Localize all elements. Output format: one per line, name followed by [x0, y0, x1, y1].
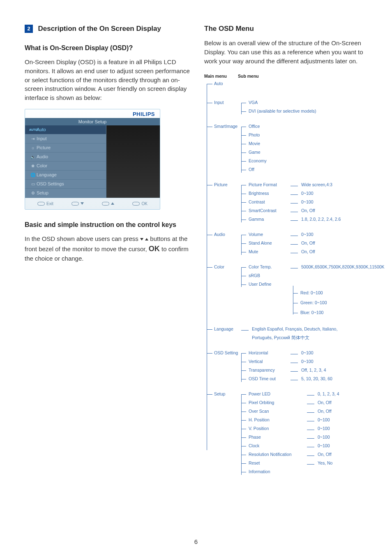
- tree-option: 0~100: [301, 232, 371, 237]
- osd-screenshot: PHILIPS Monitor Setup AUTO Auto ⇥ Input …: [25, 109, 160, 210]
- paragraph-what-is-osd: On-Screen Display (OSD) is a feature in …: [25, 58, 192, 102]
- auto-icon: AUTO: [29, 128, 37, 131]
- pill-button-icon: [132, 202, 140, 206]
- language-icon: 🌐: [29, 173, 37, 177]
- tree-main-color: Color Color Temp.5000K,6500K,7500K,8200K…: [204, 264, 371, 320]
- tree-option: 1.8, 2.0, 2.2, 2.4, 2.6: [301, 217, 371, 222]
- osd-menu-label: Auto: [37, 127, 46, 132]
- tree-main-label: Auto: [204, 81, 241, 86]
- tree-option: 0~100: [318, 435, 371, 439]
- tree-sub-label: Game: [241, 150, 261, 155]
- tree-sub-label: Photo: [241, 132, 260, 137]
- section-number-badge: 2: [25, 25, 33, 33]
- tree-sub-label: Reset: [241, 460, 307, 465]
- osd-menu-label: Setup: [37, 190, 48, 195]
- philips-logo: PHILIPS: [133, 111, 155, 117]
- tree-sub-label: Horizontal: [241, 350, 291, 355]
- triangle-down-icon: [81, 202, 84, 205]
- tree-sub-label: Picture Format: [241, 182, 291, 187]
- osd-window-title: Monitor Setup: [25, 118, 160, 125]
- tree-option: On, Off: [301, 249, 371, 254]
- tree-main-label: Setup: [204, 391, 241, 396]
- tree-sub-label: Office: [241, 124, 260, 129]
- tree-main-label: Color: [204, 264, 241, 269]
- tree-option: On, Off: [301, 240, 371, 245]
- osd-menu-item-setup: ⚙ Setup: [25, 189, 106, 198]
- osd-preview-pane: [106, 125, 160, 198]
- osd-menu-item-input: ⇥ Input: [25, 134, 106, 143]
- tree-option: Red: 0~100: [295, 290, 385, 295]
- text-fragment: In the OSD shown above users can press: [25, 235, 140, 242]
- tree-main-audio: Audio Volume0~100 Stand AloneOn, Off Mut…: [204, 232, 371, 258]
- tree-option: Blue: 0~100: [295, 310, 385, 315]
- tree-option: Off, 1, 2, 3, 4: [301, 368, 371, 372]
- tree-sub-label: Transparency: [241, 368, 291, 372]
- tree-option: 0~100: [318, 426, 371, 431]
- tree-sub-label: OSD Time out: [241, 376, 291, 381]
- tree-option: On, Off: [318, 409, 371, 414]
- audio-icon: 🔈: [29, 155, 37, 159]
- tree-option: Português, Русский 简体中文: [241, 335, 371, 341]
- tree-sub-label: Volume: [241, 232, 291, 237]
- tree-sub-label: Information: [241, 469, 307, 474]
- tree-option: 0~100: [318, 417, 371, 422]
- tree-sub-label: Economy: [241, 158, 267, 163]
- tree-option: 0~100: [301, 199, 371, 204]
- tree-option: 0, 1, 2, 3, 4: [318, 391, 371, 396]
- ok-label: OK: [149, 245, 160, 253]
- osd-menu-tree: Main menu Sub menu Auto Input VGA DVI (a…: [204, 74, 371, 478]
- tree-sub-label: Resolution Notification: [241, 452, 307, 457]
- section-header: 2 Description of the On Screen Display: [25, 25, 192, 33]
- tree-option: On, Off: [318, 452, 371, 457]
- tree-sub-label: Movie: [241, 141, 260, 146]
- heading-osd-menu: The OSD Menu: [204, 25, 371, 33]
- tree-header-sub: Sub menu: [238, 74, 259, 79]
- tree-option: 0~100: [301, 350, 371, 355]
- tree-main-language: Language English Español, Français, Deut…: [204, 326, 371, 344]
- tree-option: 5, 10, 20, 30, 60: [301, 376, 371, 381]
- heading-basic-instructions: Basic and simple instruction on the cont…: [25, 221, 192, 229]
- osd-menu-label: Color: [37, 163, 47, 168]
- heading-what-is-osd: What is On-Screen Display (OSD)?: [25, 44, 192, 52]
- tree-main-label: SmartImage: [204, 124, 241, 129]
- osd-footer-exit: Exit: [46, 201, 53, 206]
- tree-main-setup: Setup Power LED0, 1, 2, 3, 4 Pixel Orbit…: [204, 391, 371, 478]
- tree-sub-label: VGA: [241, 100, 258, 105]
- tree-sub-label: sRGB: [241, 273, 260, 278]
- osd-settings-icon: ▭: [29, 182, 37, 186]
- tree-main-osd-setting: OSD Setting Horizontal0~100 Vertical0~10…: [204, 350, 371, 385]
- osd-menu-label: Picture: [37, 145, 51, 150]
- tree-option: Green: 0~100: [295, 300, 385, 305]
- tree-sub-label: Pixel Orbiting: [241, 400, 307, 405]
- tree-main-label: Input: [204, 100, 241, 105]
- tree-sub-label: Phase: [241, 435, 307, 439]
- tree-header-main: Main menu: [204, 74, 238, 79]
- tree-option: On, Off: [301, 208, 371, 213]
- tree-main-label: Language: [204, 326, 241, 331]
- tree-sub-label: DVI (available for selective models): [241, 109, 316, 113]
- tree-sub-label: Contrast: [241, 199, 291, 204]
- osd-menu-label: Language: [37, 172, 57, 177]
- tree-sub-label: Color Temp.: [241, 264, 291, 269]
- page-number: 6: [0, 538, 392, 545]
- osd-menu-item-osd-settings: ▭ OSD Settings: [25, 180, 106, 189]
- color-icon: ❀: [29, 164, 37, 168]
- triangle-up-icon: [145, 238, 148, 240]
- picture-icon: ☼: [29, 146, 37, 150]
- tree-sub-label: V. Position: [241, 426, 307, 431]
- osd-footer-ok: OK: [141, 201, 147, 206]
- tree-option: 0~100: [318, 443, 371, 448]
- tree-option: On, Off: [318, 400, 371, 405]
- pill-button-icon: [71, 202, 79, 206]
- tree-sub-label: Over Scan: [241, 409, 307, 414]
- tree-sub-label: Brightness: [241, 191, 291, 196]
- tree-sub-label: Mute: [241, 249, 291, 254]
- tree-sub-label: SmartContrast: [241, 208, 291, 213]
- tree-option: 0~100: [301, 191, 371, 196]
- osd-menu-item-color: ❀ Color: [25, 162, 106, 171]
- tree-main-label: OSD Setting: [204, 350, 241, 355]
- osd-menu-item-language: 🌐 Language: [25, 171, 106, 180]
- tree-sub-label: Off: [241, 167, 254, 172]
- tree-main-picture: Picture Picture FormatWide screen,4:3 Br…: [204, 182, 371, 225]
- section-title: Description of the On Screen Display: [38, 25, 161, 32]
